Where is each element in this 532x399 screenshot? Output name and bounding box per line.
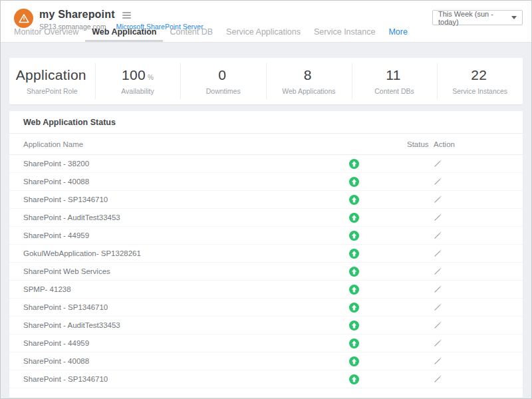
pencil-icon: [434, 267, 442, 275]
edit-button[interactable]: [434, 177, 442, 186]
edit-button[interactable]: [434, 356, 442, 365]
status-up-icon: [349, 321, 359, 331]
action-cell: [432, 195, 509, 205]
action-cell: [432, 249, 509, 259]
app-name-cell: SharePoint - 40088: [23, 178, 301, 186]
status-up-icon: [349, 338, 359, 348]
tab-more[interactable]: More: [382, 27, 414, 42]
pencil-icon: [434, 321, 442, 329]
action-cell: [432, 177, 509, 187]
warning-triangle-icon: [19, 13, 29, 23]
action-cell: [432, 338, 509, 348]
status-up-icon: [349, 374, 359, 384]
status-cell: [301, 177, 407, 187]
status-up-icon: [349, 195, 359, 205]
table-row: SharePoint Web Services: [9, 263, 523, 281]
stat-item: 8 Web Applications: [266, 67, 352, 95]
hamburger-menu-icon[interactable]: [122, 11, 131, 19]
status-cell: [301, 285, 407, 295]
tab-service-applications[interactable]: Service Applications: [219, 27, 307, 42]
tab-monitor-overview[interactable]: Monitor Overview: [7, 27, 85, 42]
stat-value: 11: [386, 67, 400, 82]
stat-value: 100: [122, 67, 146, 82]
tab-bar: Monitor OverviewWeb ApplicationContent D…: [7, 27, 414, 42]
stat-label: Content DBs: [352, 87, 438, 95]
action-cell: [432, 231, 509, 241]
edit-button[interactable]: [434, 321, 442, 329]
stat-item: 11 Content DBs: [352, 67, 438, 95]
app-window: my Sharepoint SP13.spmanage.com Microsof…: [0, 0, 532, 399]
status-cell: [301, 213, 407, 223]
edit-button[interactable]: [434, 231, 442, 239]
status-cell: [301, 338, 407, 348]
status-up-icon: [349, 267, 359, 277]
action-cell: [432, 267, 509, 277]
caret-down-icon: [511, 16, 517, 19]
tab-content-db[interactable]: Content DB: [163, 27, 219, 42]
app-name-cell: SharePoint - SP1346710: [23, 303, 301, 311]
column-header-application-name: Application Name: [23, 140, 301, 148]
edit-button[interactable]: [434, 303, 442, 311]
stat-label: Web Applications: [266, 87, 352, 95]
table-row: SharePoint - 40088: [9, 352, 523, 370]
pencil-icon: [434, 213, 442, 221]
action-cell: [432, 374, 509, 384]
pencil-icon: [434, 231, 442, 239]
edit-button[interactable]: [434, 285, 442, 293]
stat-value: 0: [218, 67, 226, 82]
app-name-cell: SharePoint - 44959: [23, 231, 301, 239]
action-cell: [432, 285, 509, 295]
table-row: SharePoint - 40088: [9, 173, 523, 191]
app-name-cell: GokulWebApplication- SP1328261: [23, 249, 301, 257]
status-cell: [301, 159, 407, 169]
status-up-icon: [349, 249, 359, 259]
table-row: SPMP- 41238: [9, 281, 523, 299]
app-name-cell: SharePoint Web Services: [23, 267, 301, 275]
stat-label: Availability: [95, 87, 181, 95]
stat-item: 0 Downtimes: [180, 67, 266, 95]
pencil-icon: [434, 285, 442, 293]
stat-value: Application: [16, 67, 86, 82]
table-row: SharePoint - 44959: [9, 334, 523, 352]
stat-label: Downtimes: [180, 87, 266, 95]
edit-button[interactable]: [434, 249, 442, 257]
table-row: SharePoint - SP1346710: [9, 191, 523, 209]
status-cell: [301, 195, 407, 205]
tab-web-application[interactable]: Web Application: [85, 27, 163, 42]
stats-card: Application SharePoint Role 100% Availab…: [9, 58, 523, 104]
table-row: SharePoint - AuditTest33453: [9, 317, 523, 334]
action-cell: [432, 303, 509, 313]
table-row: SharePoint - AuditTest33453: [9, 209, 523, 227]
header: my Sharepoint SP13.spmanage.com Microsof…: [1, 1, 531, 43]
table-row: SharePoint - SP1346710: [9, 299, 523, 317]
app-name-cell: SPMP- 41238: [23, 285, 301, 293]
status-cell: [301, 267, 407, 277]
action-cell: [432, 213, 509, 223]
app-name-cell: SharePoint - 38200: [23, 160, 301, 168]
edit-button[interactable]: [434, 213, 442, 221]
app-name-cell: SharePoint - 44959: [23, 339, 301, 347]
action-cell: [432, 321, 509, 331]
status-cell: [301, 374, 407, 384]
app-name-cell: SharePoint - AuditTest33453: [23, 213, 301, 221]
stat-item: Application SharePoint Role: [9, 67, 95, 95]
stat-value: 8: [304, 67, 312, 82]
tab-service-instance[interactable]: Service Instance: [307, 27, 382, 42]
pencil-icon: [434, 159, 442, 168]
column-header-status: Status: [407, 140, 432, 148]
time-range-select[interactable]: This Week (sun - today): [432, 10, 523, 25]
edit-button[interactable]: [434, 267, 442, 275]
pencil-icon: [434, 195, 442, 203]
edit-button[interactable]: [434, 338, 442, 347]
monitor-logo: [14, 9, 33, 28]
edit-button[interactable]: [434, 159, 442, 168]
pencil-icon: [434, 249, 442, 257]
edit-button[interactable]: [434, 195, 442, 203]
status-cell: [301, 231, 407, 241]
table-row: SharePoint - 44959: [9, 227, 523, 245]
column-header-action: Action: [432, 140, 509, 148]
stat-item: 22 Service Instances: [437, 67, 523, 95]
status-up-icon: [349, 177, 359, 187]
edit-button[interactable]: [434, 374, 442, 383]
table-header-row: Application Name Status Action: [9, 134, 523, 155]
